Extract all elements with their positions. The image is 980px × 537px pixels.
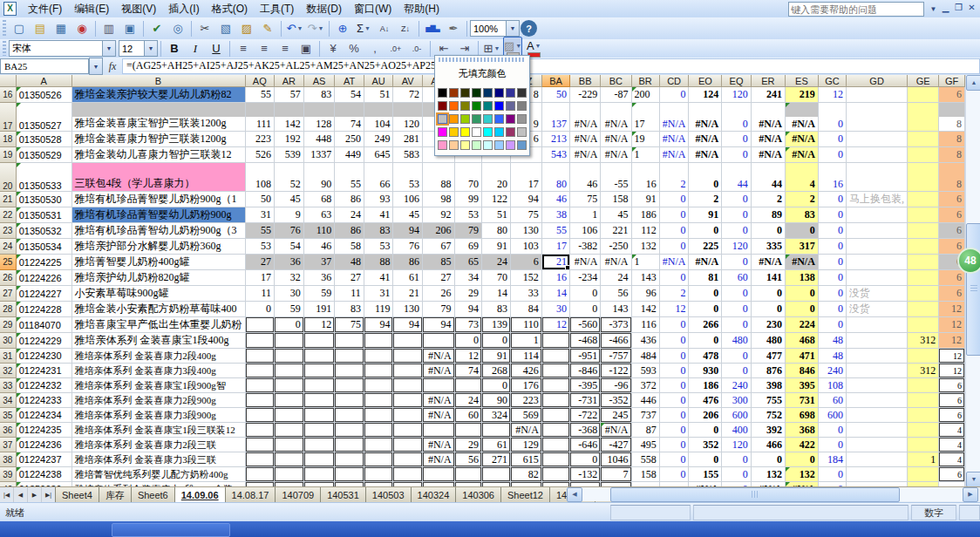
cell-BB39[interactable]: -132 xyxy=(570,467,601,482)
cell-BB20[interactable]: 46 xyxy=(570,163,601,192)
cell-GD19[interactable] xyxy=(847,147,908,163)
cell-AR37[interactable] xyxy=(275,438,304,452)
cell-AT28[interactable]: 83 xyxy=(335,302,364,317)
color-swatch-FF99CC[interactable] xyxy=(438,140,447,150)
cell-BC24[interactable]: -250 xyxy=(601,239,631,255)
sheet-tab-140324[interactable]: 140324 xyxy=(411,487,457,503)
cell-GE29[interactable] xyxy=(908,317,939,333)
cell-AX25[interactable]: 65 xyxy=(455,255,483,270)
cell-AS24[interactable]: 46 xyxy=(304,239,336,255)
cell-EQ24[interactable]: 120 xyxy=(722,239,752,255)
cell-GE24[interactable] xyxy=(908,239,939,255)
cell-AX37[interactable]: 29 xyxy=(455,438,483,452)
cell-B36[interactable]: 雅培亲体系列 金装喜康宝1段三联装12 xyxy=(72,423,246,438)
cell-AY36[interactable] xyxy=(482,423,511,438)
cell-GD39[interactable] xyxy=(847,467,908,482)
cell-BR38[interactable]: 558 xyxy=(632,452,660,467)
cell-ES23[interactable]: 0 xyxy=(786,223,819,239)
cell-AX24[interactable]: 69 xyxy=(455,239,483,255)
color-swatch-00CCFF[interactable] xyxy=(494,127,504,137)
color-swatch-969696[interactable] xyxy=(517,114,527,124)
column-header-AQ[interactable]: AQ xyxy=(246,75,276,87)
cell-BC16[interactable]: -87 xyxy=(601,87,631,103)
cell-BB35[interactable]: -722 xyxy=(570,408,601,423)
cell-AY28[interactable]: 83 xyxy=(482,302,511,317)
cell-AX21[interactable]: 99 xyxy=(455,192,483,207)
cell-GD31[interactable] xyxy=(847,349,908,364)
column-header-BA[interactable]: BA xyxy=(542,75,570,87)
cell-GC33[interactable]: 108 xyxy=(819,378,847,393)
cell-AR16[interactable]: 57 xyxy=(275,87,304,103)
cell-AQ39[interactable] xyxy=(246,467,276,482)
cell-EQ28[interactable]: 0 xyxy=(722,302,752,317)
cell-AZ35[interactable]: 569 xyxy=(511,408,542,423)
cell-BR22[interactable]: 186 xyxy=(632,207,660,223)
cell-BR32[interactable]: 593 xyxy=(632,364,660,378)
cell-GC34[interactable]: 60 xyxy=(819,393,847,408)
cell-GD23[interactable] xyxy=(847,223,908,239)
color-swatch-800000[interactable] xyxy=(438,101,447,111)
menu-item-工具(T)[interactable]: 工具(T) xyxy=(254,0,300,18)
cell-ER39[interactable]: 132 xyxy=(752,467,786,482)
row-header-25[interactable]: 25 xyxy=(0,255,17,270)
cell-AW20[interactable]: 88 xyxy=(423,163,455,192)
save-icon[interactable]: ▦ xyxy=(51,19,71,37)
cell-B16[interactable]: 雅培金装亲护较大婴儿幼儿奶粉82 xyxy=(72,87,246,103)
cell-GC16[interactable]: 12 xyxy=(819,87,847,103)
cell-A34[interactable]: 01224233 xyxy=(17,393,72,408)
cell-BC28[interactable]: 143 xyxy=(601,302,631,317)
cell-AQ33[interactable] xyxy=(246,378,276,393)
cell-AT30[interactable] xyxy=(335,333,364,349)
cell-ER23[interactable]: 0 xyxy=(752,223,786,239)
color-swatch-C0C0C0[interactable] xyxy=(438,114,447,124)
cell-GE18[interactable] xyxy=(908,132,939,147)
cell-GD17[interactable] xyxy=(847,103,908,132)
cell-GD20[interactable] xyxy=(847,163,908,192)
cell-ER17[interactable]: #N/A xyxy=(752,103,786,132)
font-name-dropdown-icon[interactable]: ▼ xyxy=(102,41,115,56)
cell-EQ25[interactable]: 0 xyxy=(722,255,752,270)
cell-AQ32[interactable] xyxy=(246,364,276,378)
cell-AZ20[interactable]: 17 xyxy=(511,163,542,192)
cell-AT36[interactable] xyxy=(335,423,364,438)
cell-AY22[interactable]: 51 xyxy=(482,207,511,223)
cell-BB38[interactable]: 0 xyxy=(570,452,601,467)
cell-BC17[interactable]: #N/A xyxy=(601,103,631,132)
cell-CD26[interactable]: 0 xyxy=(660,270,690,286)
cell-AY26[interactable]: 70 xyxy=(482,270,511,286)
cell-A33[interactable]: 01224232 xyxy=(17,378,72,393)
cell-AU37[interactable] xyxy=(364,438,394,452)
menu-item-文件(F)[interactable]: 文件(F) xyxy=(22,0,68,18)
cell-AZ36[interactable]: #N/A xyxy=(511,423,542,438)
cell-BB23[interactable]: 106 xyxy=(570,223,601,239)
close-icon[interactable]: ✕ xyxy=(965,2,978,15)
cell-AX36[interactable] xyxy=(455,423,483,438)
cell-A26[interactable]: 01224226 xyxy=(17,270,72,286)
cell-AU21[interactable]: 93 xyxy=(364,192,394,207)
cell-AV28[interactable]: 130 xyxy=(393,302,423,317)
cell-EO38[interactable]: 0 xyxy=(689,452,722,467)
cell-BC31[interactable]: -757 xyxy=(601,349,631,364)
cell-AR35[interactable] xyxy=(275,408,304,423)
cell-A19[interactable]: 01350529 xyxy=(17,147,72,163)
column-header-GF[interactable]: GF xyxy=(939,75,965,87)
row-header-24[interactable]: 24 xyxy=(0,239,17,255)
cell-GD22[interactable] xyxy=(847,207,908,223)
color-swatch-3366FF[interactable] xyxy=(494,114,504,124)
cell-AQ38[interactable] xyxy=(246,452,276,467)
font-size-dropdown-icon[interactable]: ▼ xyxy=(144,41,157,56)
cell-AX26[interactable]: 34 xyxy=(455,270,483,286)
cell-BA19[interactable]: 543 xyxy=(542,147,570,163)
cell-BC34[interactable]: -352 xyxy=(601,393,631,408)
cell-GC27[interactable]: 0 xyxy=(819,286,847,302)
cell-AR26[interactable]: 32 xyxy=(275,270,304,286)
cell-AZ24[interactable]: 103 xyxy=(511,239,542,255)
cell-BR30[interactable]: 436 xyxy=(632,333,660,349)
cell-AS16[interactable]: 83 xyxy=(304,87,336,103)
scroll-right-icon[interactable]: ▶ xyxy=(963,487,978,502)
align-left-icon[interactable]: ≡ xyxy=(234,39,253,58)
row-header-29[interactable]: 29 xyxy=(0,317,17,333)
cell-A22[interactable]: 01350531 xyxy=(17,207,72,223)
cell-EQ16[interactable]: 120 xyxy=(722,87,752,103)
cell-AQ19[interactable]: 526 xyxy=(246,147,276,163)
